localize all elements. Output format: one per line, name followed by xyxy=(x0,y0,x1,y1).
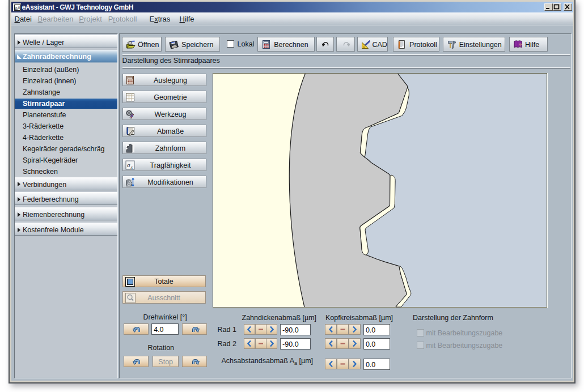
svg-text:x: x xyxy=(130,164,133,169)
svg-text:σ: σ xyxy=(127,161,130,168)
svg-text:?: ? xyxy=(519,42,522,48)
